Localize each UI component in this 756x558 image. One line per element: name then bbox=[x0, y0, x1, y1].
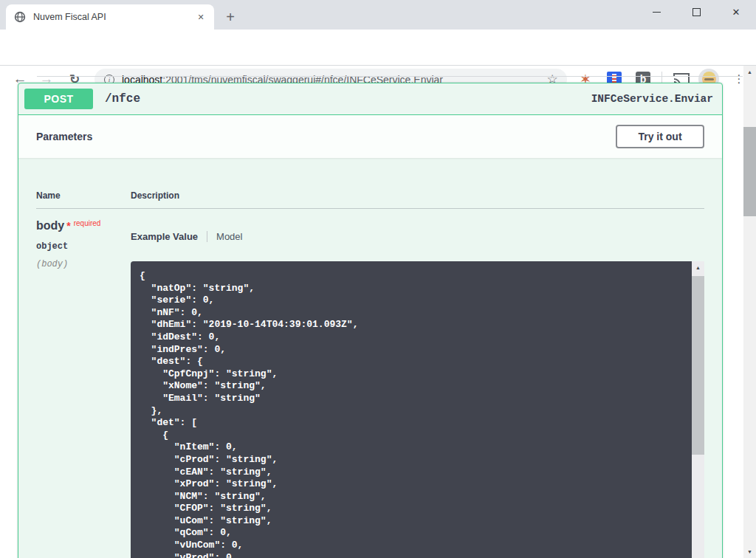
method-badge: POST bbox=[24, 89, 93, 109]
maximize-icon bbox=[693, 8, 701, 16]
globe-favicon-icon bbox=[14, 11, 26, 23]
tabs-separator bbox=[207, 231, 207, 242]
lighthouse-tower bbox=[612, 74, 616, 83]
endpoint-path: /nfce bbox=[105, 92, 140, 106]
param-name: body bbox=[36, 219, 64, 232]
operation-id: INFCeService.Enviar bbox=[591, 93, 713, 105]
opblock-summary[interactable]: POST /nfce INFCeService.Enviar bbox=[18, 83, 722, 115]
param-description-column: Example Value Model { "natOp": "string",… bbox=[131, 219, 704, 558]
required-star: * bbox=[66, 220, 70, 232]
browser-toolbar: ← → ↻ i localhost:2001/tms/nuvemfiscal/s… bbox=[0, 30, 756, 65]
minimize-icon bbox=[653, 12, 661, 13]
tab-strip: Nuvem Fiscal API ✕ + ✕ bbox=[0, 0, 756, 30]
param-name-column: body*required object (body) bbox=[36, 219, 131, 558]
code-scrollbar-up-arrow[interactable]: ▲ bbox=[692, 261, 704, 274]
close-window-button[interactable]: ✕ bbox=[716, 0, 756, 24]
close-icon: ✕ bbox=[732, 7, 740, 17]
tab-nuvem-fiscal[interactable]: Nuvem Fiscal API ✕ bbox=[6, 4, 214, 30]
column-header-name: Name bbox=[36, 190, 131, 201]
tab-example-value[interactable]: Example Value bbox=[131, 231, 198, 242]
avatar-glasses bbox=[704, 78, 714, 80]
tab-model[interactable]: Model bbox=[216, 231, 242, 242]
parameters-body: Name Description body*required object (b… bbox=[18, 158, 722, 558]
param-type: object bbox=[36, 241, 131, 252]
scrollbar-down-arrow[interactable]: ▼ bbox=[743, 545, 756, 558]
model-tabs: Example Value Model bbox=[131, 227, 704, 246]
required-label: required bbox=[74, 219, 101, 227]
code-scrollbar-thumb[interactable] bbox=[692, 276, 704, 455]
column-header-description: Description bbox=[131, 190, 179, 201]
window-controls: ✕ bbox=[636, 0, 756, 24]
scrollbar-up-arrow[interactable]: ▲ bbox=[743, 66, 756, 78]
new-tab-button[interactable]: + bbox=[221, 7, 240, 27]
page-scrollbar[interactable]: ▲ ▼ bbox=[743, 66, 756, 558]
example-block: { "natOp": "string", "serie": 0, "nNF": … bbox=[131, 261, 704, 558]
browser-window: Nuvem Fiscal API ✕ + ✕ ← → ↻ i localhost… bbox=[0, 0, 756, 558]
param-name-line: body*required bbox=[36, 219, 131, 232]
param-row-body: body*required object (body) Example Valu… bbox=[36, 209, 704, 558]
tab-title: Nuvem Fiscal API bbox=[33, 12, 194, 22]
maximize-button[interactable] bbox=[676, 0, 716, 24]
code-scrollbar[interactable]: ▲ bbox=[692, 261, 704, 558]
toolbar-divider bbox=[0, 65, 756, 66]
page-scrollbar-thumb[interactable] bbox=[743, 127, 756, 216]
minimize-button[interactable] bbox=[636, 0, 676, 24]
parameters-table-header: Name Description bbox=[36, 173, 704, 209]
post-opblock: POST /nfce INFCeService.Enviar Parameter… bbox=[18, 83, 723, 558]
tab-close-icon[interactable]: ✕ bbox=[194, 10, 207, 24]
parameters-header: Parameters Try it out bbox=[18, 115, 722, 158]
parameters-title: Parameters bbox=[36, 131, 92, 142]
section-divider bbox=[37, 76, 743, 77]
param-location: (body) bbox=[36, 259, 131, 269]
try-it-out-button[interactable]: Try it out bbox=[616, 125, 704, 148]
example-code-block: { "natOp": "string", "serie": 0, "nNF": … bbox=[131, 261, 692, 558]
